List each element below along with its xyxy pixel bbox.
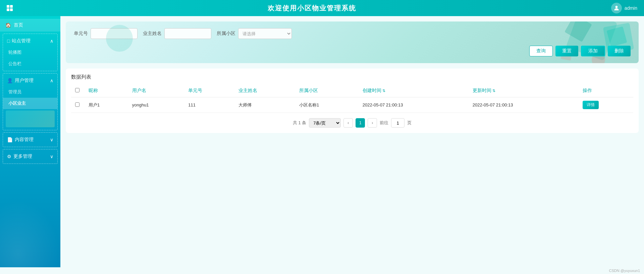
search-bar: 单元号 业主姓名 所属小区 请选择 查询 重置 添加 删除 [66,21,639,63]
user-icon: 👤 [7,78,13,83]
add-button[interactable]: 添加 [581,46,605,56]
unit-field: 单元号 [74,28,138,39]
total-text: 共 1 条 [293,120,306,126]
community-field: 所属小区 请选择 [217,28,292,39]
chevron-up-icon: ∧ [50,38,53,44]
header: 欢迎使用小区物业管理系统 admin [0,0,644,16]
sidebar-section-site-label: 站点管理 [12,38,31,44]
owner-input[interactable] [164,28,211,39]
sidebar-section-site-header[interactable]: □ 站点管理 ∧ [3,35,57,47]
td-created-at: 2022-05-07 21:00:13 [359,97,469,113]
sidebar-section-site-title: □ 站点管理 [7,38,31,44]
goto-suffix: 页 [407,120,412,126]
unit-label: 单元号 [74,31,88,37]
th-unit: 单元号 [184,84,234,97]
content-icon: 📄 [7,137,13,142]
owner-label: 业主姓名 [143,31,162,37]
header-title: 欢迎使用小区物业管理系统 [268,4,356,13]
footer-credit: CSDN @yuyuxun1 [609,269,640,273]
sidebar-section-content-title: 📄 内容管理 [7,137,34,143]
sidebar-section-content: 📄 内容管理 ∨ [3,132,58,147]
search-row: 单元号 业主姓名 所属小区 请选择 [74,28,631,39]
data-table: 昵称 用户名 单元号 业主姓名 所属小区 创建时间 更新时间 操作 [71,84,633,113]
sidebar-item-admin[interactable]: 管理员 [3,86,57,98]
data-section: 数据列表 昵称 用户名 单元号 业主姓名 所属小区 创建时间 更新时间 [66,68,639,133]
header-left [7,5,13,11]
pagination: 共 1 条 7条/页 10条/页 20条/页 ‹ 1 › 前往 页 [71,118,633,128]
prev-page-button[interactable]: ‹ [343,118,353,128]
sidebar-map-thumbnail [6,110,55,127]
deco-shape-3 [606,26,627,47]
home-icon: 🏠 [5,22,11,28]
goto-prefix: 前往 [380,120,388,126]
sidebar-section-more-header[interactable]: ⚙ 更多管理 ∨ [3,151,57,162]
footer: CSDN @yuyuxun1 [0,267,644,274]
main-content: 单元号 业主姓名 所属小区 请选择 查询 重置 添加 删除 [60,16,644,267]
sidebar-section-user: 👤 用户管理 ∧ 管理员 小区业主 [3,73,58,130]
th-checkbox [71,84,85,97]
sidebar-item-carousel[interactable]: 轮播图 [3,47,57,58]
sidebar-item-bulletin[interactable]: 公告栏 [3,58,57,70]
sidebar-section-user-title: 👤 用户管理 [7,78,34,84]
sidebar: 🏠 首页 □ 站点管理 ∧ 轮播图 公告栏 👤 [0,16,60,267]
th-action: 操作 [579,84,633,97]
goto-input[interactable] [391,118,405,128]
delete-button[interactable]: 删除 [608,46,631,56]
row-checkbox[interactable] [75,102,79,107]
community-select[interactable]: 请选择 [238,28,292,39]
table-row: 用户1 yonghu1 111 大师傅 小区名称1 2022-05-07 21:… [71,97,633,113]
unit-input[interactable] [91,28,138,39]
owner-field: 业主姓名 [143,28,211,39]
th-owner-name: 业主姓名 [234,84,295,97]
chevron-down-icon-content: ∨ [50,137,53,142]
avatar [611,3,622,13]
sidebar-item-home[interactable]: 🏠 首页 [0,19,60,32]
query-button[interactable]: 查询 [529,46,553,56]
sidebar-section-user-label: 用户管理 [15,78,34,84]
community-label: 所属小区 [217,31,235,37]
username-label: admin [625,5,637,11]
td-checkbox [71,97,85,113]
data-title: 数据列表 [71,74,633,80]
sidebar-section-more-title: ⚙ 更多管理 [7,153,32,159]
table-body: 用户1 yonghu1 111 大师傅 小区名称1 2022-05-07 21:… [71,97,633,113]
td-unit: 111 [184,97,234,113]
more-icon: ⚙ [7,154,11,159]
th-nickname: 昵称 [85,84,128,97]
th-community: 所属小区 [295,84,359,97]
header-user: admin [611,3,637,13]
th-created-at[interactable]: 创建时间 [359,84,469,97]
reset-button[interactable]: 重置 [555,46,578,56]
per-page-select[interactable]: 7条/页 10条/页 20条/页 [309,118,341,128]
layout: 🏠 首页 □ 站点管理 ∧ 轮播图 公告栏 👤 [0,16,644,267]
sidebar-home-label: 首页 [14,22,23,28]
sidebar-section-site: □ 站点管理 ∧ 轮播图 公告栏 [3,34,58,71]
td-username: yonghu1 [128,97,184,113]
page-1-button[interactable]: 1 [356,118,365,128]
td-action: 详情 [579,97,633,113]
td-community: 小区名称1 [295,97,359,113]
td-owner-name: 大师傅 [234,97,295,113]
chevron-down-icon-more: ∨ [50,154,53,159]
sidebar-section-more: ⚙ 更多管理 ∨ [3,149,58,164]
td-nickname: 用户1 [85,97,128,113]
table-head: 昵称 用户名 单元号 业主姓名 所属小区 创建时间 更新时间 操作 [71,84,633,97]
select-all-checkbox[interactable] [75,88,79,92]
chevron-up-icon-user: ∧ [50,78,53,83]
table-header-row: 昵称 用户名 单元号 业主姓名 所属小区 创建时间 更新时间 操作 [71,84,633,97]
sidebar-item-resident[interactable]: 小区业主 [3,98,57,109]
action-buttons: 查询 重置 添加 删除 [74,46,631,56]
detail-button[interactable]: 详情 [583,101,599,109]
svg-point-0 [615,6,618,8]
sidebar-section-content-label: 内容管理 [15,137,34,143]
th-updated-at[interactable]: 更新时间 [469,84,579,97]
th-username: 用户名 [128,84,184,97]
site-icon: □ [7,38,10,44]
next-page-button[interactable]: › [368,118,377,128]
sidebar-section-more-label: 更多管理 [13,153,32,159]
sidebar-section-content-header[interactable]: 📄 内容管理 ∨ [3,134,57,145]
td-updated-at: 2022-05-07 21:00:13 [469,97,579,113]
sidebar-section-user-header[interactable]: 👤 用户管理 ∧ [3,75,57,86]
grid-icon [7,5,13,11]
